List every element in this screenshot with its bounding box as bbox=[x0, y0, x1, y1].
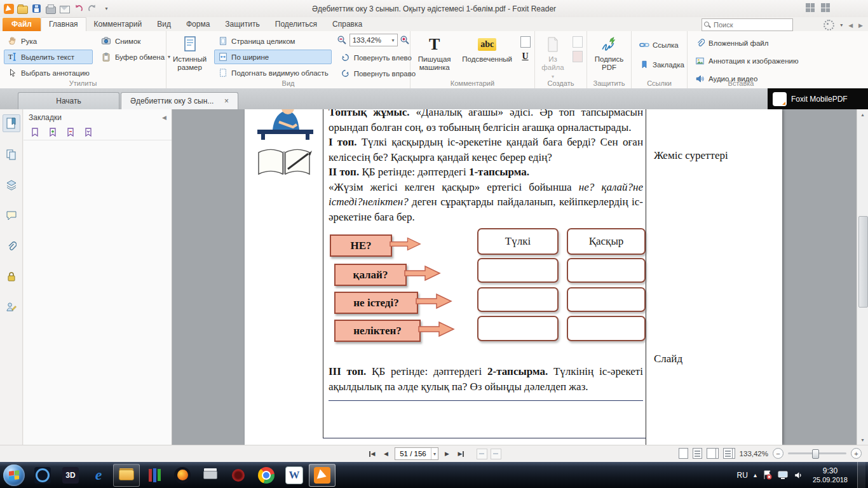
email-icon[interactable] bbox=[59, 3, 70, 14]
open-file-icon[interactable] bbox=[17, 3, 28, 14]
next-view-icon[interactable] bbox=[491, 449, 501, 459]
tab-protect[interactable]: Защитить bbox=[217, 18, 267, 31]
actual-size-button[interactable]: Истинный размер bbox=[170, 34, 209, 74]
undo-icon[interactable] bbox=[73, 3, 84, 14]
link-button[interactable]: Ссылка bbox=[635, 37, 683, 52]
bookmark-button[interactable]: Закладка bbox=[635, 57, 683, 72]
hidden-icons-icon[interactable]: ▴ bbox=[754, 471, 757, 478]
taskbar-explorer-icon[interactable] bbox=[113, 464, 140, 487]
expand-bookmark-icon[interactable] bbox=[30, 127, 40, 137]
redo-icon[interactable] bbox=[87, 3, 98, 14]
single-page-view-icon[interactable] bbox=[679, 448, 688, 459]
qat-customize-icon[interactable]: ▾ bbox=[101, 3, 112, 14]
snapshot-button[interactable]: Снимок bbox=[98, 34, 173, 48]
attachment-button[interactable]: Вложенный файл bbox=[691, 36, 790, 50]
bookmark-options-icon[interactable] bbox=[83, 127, 93, 137]
tab-file[interactable]: Файл bbox=[3, 18, 41, 31]
last-page-button[interactable]: ▶ bbox=[456, 448, 466, 460]
previous-page-button[interactable]: ◀ bbox=[381, 448, 391, 460]
taskbar-foxit-icon[interactable] bbox=[309, 464, 336, 487]
page-number-input[interactable] bbox=[395, 449, 431, 458]
zoom-slider[interactable] bbox=[788, 452, 846, 454]
taskbar-printer-icon[interactable] bbox=[197, 464, 224, 487]
zoom-out-icon[interactable] bbox=[337, 35, 348, 46]
fit-width-button[interactable]: По ширине bbox=[214, 50, 332, 64]
comments-panel-icon[interactable] bbox=[3, 207, 20, 224]
next-arrow-icon[interactable]: ▶ bbox=[858, 22, 863, 29]
sign-pdf-button[interactable]: ПодписьPDF bbox=[591, 34, 627, 74]
signatures-panel-icon[interactable] bbox=[3, 299, 20, 315]
tab-start-page[interactable]: Начать bbox=[18, 92, 119, 109]
tab-view[interactable]: Вид bbox=[149, 18, 179, 31]
attachments-panel-icon[interactable] bbox=[3, 238, 20, 254]
continuous-facing-view-icon[interactable] bbox=[723, 448, 733, 459]
taskbar-library-icon[interactable] bbox=[141, 464, 168, 487]
from-file-button[interactable]: Изфайла ▾ bbox=[539, 34, 567, 83]
print-icon[interactable] bbox=[45, 3, 56, 14]
rotate-right-button[interactable]: Повернуть вправо bbox=[337, 66, 419, 81]
highlight-button[interactable]: abc Подсвеченный bbox=[459, 34, 515, 65]
gear-icon[interactable] bbox=[824, 20, 834, 30]
search-input[interactable] bbox=[712, 20, 805, 29]
taskbar-word-icon[interactable]: W bbox=[281, 464, 308, 487]
bookmarks-panel-icon[interactable] bbox=[3, 114, 20, 132]
start-button[interactable] bbox=[3, 464, 25, 486]
taskbar-3d-app-icon[interactable]: 3D bbox=[57, 464, 84, 487]
action-center-icon[interactable] bbox=[763, 470, 772, 480]
create-blank-icon[interactable] bbox=[572, 36, 583, 47]
add-bookmark-icon[interactable] bbox=[48, 127, 58, 137]
scroll-up-icon[interactable]: ▴ bbox=[858, 109, 867, 119]
note-icon[interactable] bbox=[520, 36, 531, 47]
foxit-logo-icon[interactable] bbox=[3, 3, 14, 14]
zoom-in-button[interactable]: + bbox=[851, 448, 862, 459]
fit-page-button[interactable]: Страница целиком bbox=[214, 34, 332, 48]
zoom-in-icon[interactable] bbox=[400, 35, 410, 46]
fit-visible-button[interactable]: Подогнать видимую область bbox=[214, 65, 332, 80]
close-tab-icon[interactable]: × bbox=[224, 98, 229, 104]
taskbar-clock[interactable]: 9:30 25.09.2018 bbox=[813, 466, 848, 484]
continuous-view-icon[interactable] bbox=[693, 448, 702, 459]
document-view[interactable]: Жеміс суреттері Слайд Топтық жұмыс. «Дан… bbox=[172, 109, 868, 445]
tab-comment[interactable]: Комментарий bbox=[86, 18, 150, 31]
create-scanner-icon[interactable] bbox=[572, 51, 583, 62]
pages-panel-icon[interactable] bbox=[3, 146, 20, 163]
language-indicator[interactable]: RU bbox=[737, 471, 748, 480]
select-annotation-button[interactable]: Выбрать аннотацию bbox=[4, 65, 93, 80]
zoom-slider-thumb[interactable] bbox=[812, 449, 819, 459]
tab-form[interactable]: Форма bbox=[179, 18, 217, 31]
facing-view-icon[interactable] bbox=[707, 448, 716, 459]
previous-view-icon[interactable] bbox=[477, 449, 487, 459]
dropdown-icon[interactable]: ▾ bbox=[431, 448, 438, 459]
security-panel-icon[interactable] bbox=[3, 268, 20, 285]
display-icon[interactable] bbox=[778, 471, 788, 480]
gear-dropdown-icon[interactable]: ▾ bbox=[840, 22, 843, 28]
clipboard-button[interactable]: Буфер обмена ▾ bbox=[98, 50, 173, 64]
volume-icon[interactable] bbox=[794, 471, 803, 480]
tab-help[interactable]: Справка bbox=[325, 18, 370, 31]
zoom-out-button[interactable]: − bbox=[773, 448, 783, 459]
prev-arrow-icon[interactable]: ◀ bbox=[848, 22, 853, 29]
select-text-button[interactable]: T Выделить текст bbox=[4, 50, 93, 64]
hand-tool-button[interactable]: Рука bbox=[4, 34, 93, 48]
show-desktop-button[interactable] bbox=[857, 462, 865, 488]
image-annotation-button[interactable]: Аннотация к изображению bbox=[691, 53, 790, 68]
taskbar-firefox-icon[interactable] bbox=[169, 464, 196, 487]
taskbar-media-player-icon[interactable] bbox=[29, 464, 56, 487]
delete-bookmark-icon[interactable] bbox=[65, 127, 76, 137]
taskbar-red-disc-icon[interactable] bbox=[225, 464, 252, 487]
underline-icon[interactable]: U bbox=[520, 51, 531, 62]
taskbar-internet-explorer-icon[interactable]: e bbox=[85, 464, 112, 487]
foxit-mobilepdf-banner[interactable]: G Foxit MobilePDF bbox=[768, 88, 868, 109]
tile-windows-icon[interactable] bbox=[806, 3, 815, 12]
first-page-button[interactable]: ◀ bbox=[367, 448, 377, 460]
next-page-button[interactable]: ▶ bbox=[442, 448, 452, 460]
cascade-windows-icon[interactable] bbox=[821, 3, 830, 12]
scroll-down-icon[interactable]: ▾ bbox=[858, 435, 867, 445]
collapse-panel-icon[interactable]: ◀ bbox=[162, 114, 166, 121]
zoom-combo[interactable]: 133,42% ▾ bbox=[349, 34, 398, 46]
taskbar-chrome-icon[interactable] bbox=[253, 464, 280, 487]
scrollbar-thumb[interactable] bbox=[858, 216, 868, 308]
rotate-left-button[interactable]: Повернуть влево bbox=[337, 50, 419, 65]
save-icon[interactable] bbox=[31, 3, 42, 14]
layers-panel-icon[interactable] bbox=[3, 177, 20, 193]
